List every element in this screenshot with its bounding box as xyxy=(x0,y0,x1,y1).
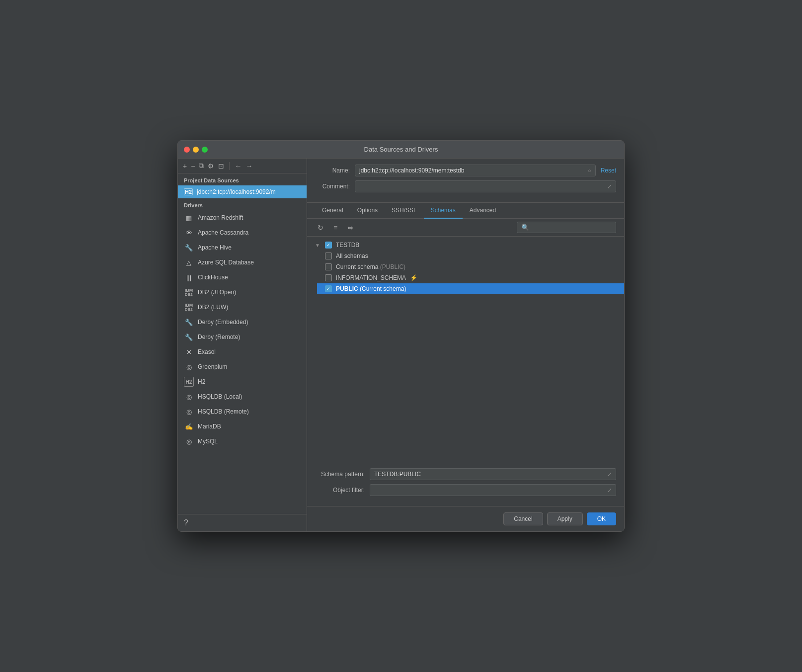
schema-pattern-expand-icon: ⤢ xyxy=(607,471,612,478)
tab-ssh-ssl[interactable]: SSH/SSL xyxy=(385,203,424,219)
object-filter-expand-icon: ⤢ xyxy=(607,487,612,494)
greenplum-icon: ◎ xyxy=(184,362,194,372)
forward-icon[interactable]: → xyxy=(245,162,252,170)
object-filter-input[interactable] xyxy=(374,487,607,494)
all-schemas-item[interactable]: All schemas xyxy=(317,251,624,261)
collapse-icon[interactable]: ⊡ xyxy=(218,162,224,170)
footer: Cancel Apply OK xyxy=(307,506,624,531)
all-schemas-checkbox[interactable] xyxy=(325,252,332,259)
tab-general[interactable]: General xyxy=(315,203,350,219)
refresh-icon[interactable]: ↻ xyxy=(315,222,326,233)
schemas-toolbar: ↻ ≡ ⇔ 🔍 xyxy=(307,219,624,237)
testdb-checkbox[interactable] xyxy=(325,242,332,249)
titlebar: Data Sources and Drivers xyxy=(178,141,624,159)
object-filter-field[interactable]: ⤢ xyxy=(370,484,616,496)
reset-button[interactable]: Reset xyxy=(601,167,616,174)
name-input[interactable]: jdbc:h2:tcp://localhost:9092/mem:testdb xyxy=(359,167,588,174)
back-icon[interactable]: ← xyxy=(235,162,241,170)
help-icon[interactable]: ? xyxy=(178,514,307,531)
driver-item-exasol[interactable]: ✕ Exasol xyxy=(178,344,307,359)
driver-item-derby-remote[interactable]: 🔧 Derby (Remote) xyxy=(178,330,307,344)
driver-item-derby-embedded[interactable]: 🔧 Derby (Embedded) xyxy=(178,315,307,330)
driver-item-mysql[interactable]: ◎ MySQL xyxy=(178,434,307,449)
public-schema-item[interactable]: PUBLIC (Current schema) xyxy=(317,283,624,294)
derby-embedded-icon: 🔧 xyxy=(184,317,194,327)
object-filter-label: Object filter: xyxy=(315,487,365,494)
information-schema-checkbox[interactable] xyxy=(325,274,332,281)
apache-cassandra-icon: 👁 xyxy=(184,228,194,238)
driver-item-apache-cassandra[interactable]: 👁 Apache Cassandra xyxy=(178,225,307,240)
driver-item-greenplum[interactable]: ◎ Greenplum xyxy=(178,359,307,374)
driver-item-hsqldb-remote[interactable]: ◎ HSQLDB (Remote) xyxy=(178,404,307,419)
driver-label: ClickHouse xyxy=(198,274,228,281)
comment-row: Comment: ⤢ xyxy=(315,180,616,192)
apache-hive-icon: 🔧 xyxy=(184,243,194,252)
amazon-redshift-icon: ▦ xyxy=(184,213,194,223)
drivers-list: ▦ Amazon Redshift 👁 Apache Cassandra 🔧 A… xyxy=(178,210,307,514)
settings-icon[interactable]: ⚙ xyxy=(208,162,214,170)
main-window: Data Sources and Drivers + − ⧉ ⚙ ⊡ ← → P… xyxy=(177,140,625,532)
h2-icon: H2 xyxy=(184,377,194,387)
driver-item-db2-luw[interactable]: IBMDB2 DB2 (LUW) xyxy=(178,300,307,315)
sidebar: + − ⧉ ⚙ ⊡ ← → Project Data Sources H2 jd… xyxy=(178,159,307,531)
all-schemas-label: All schemas xyxy=(336,252,368,259)
current-schema-label: Current schema (PUBLIC) xyxy=(336,263,405,270)
comment-field[interactable]: ⤢ xyxy=(355,180,616,192)
tab-advanced[interactable]: Advanced xyxy=(463,203,503,219)
cancel-button[interactable]: Cancel xyxy=(503,512,543,525)
driver-item-amazon-redshift[interactable]: ▦ Amazon Redshift xyxy=(178,210,307,225)
schema-search-input[interactable] xyxy=(532,224,612,231)
db2-luw-icon: IBMDB2 xyxy=(184,302,194,312)
driver-item-db2-jtopen[interactable]: IBMDB2 DB2 (JTOpen) xyxy=(178,285,307,300)
driver-label: Azure SQL Database xyxy=(198,259,254,266)
copy-icon[interactable]: ⧉ xyxy=(199,162,204,170)
sort-icon[interactable]: ⇔ xyxy=(345,222,356,233)
driver-item-mariadb[interactable]: ✍ MariaDB xyxy=(178,419,307,434)
add-icon[interactable]: + xyxy=(183,162,187,170)
driver-item-h2[interactable]: H2 H2 xyxy=(178,374,307,389)
current-schema-checkbox[interactable] xyxy=(325,263,332,270)
driver-label: HSQLDB (Remote) xyxy=(198,408,249,415)
ok-button[interactable]: OK xyxy=(587,512,616,525)
schema-pattern-row: Schema pattern: TESTDB:PUBLIC ⤢ xyxy=(315,468,616,480)
expand-icon: ○ xyxy=(588,168,591,173)
schema-pattern-field[interactable]: TESTDB:PUBLIC ⤢ xyxy=(370,468,616,480)
driver-label: H2 xyxy=(198,378,205,385)
testdb-label: TESTDB xyxy=(336,242,359,249)
schema-pattern-input[interactable]: TESTDB:PUBLIC xyxy=(374,471,607,478)
sidebar-toolbar: + − ⧉ ⚙ ⊡ ← → xyxy=(178,159,307,173)
current-schema-item[interactable]: Current schema (PUBLIC) xyxy=(317,261,624,272)
hsqldb-remote-icon: ◎ xyxy=(184,407,194,417)
maximize-button[interactable] xyxy=(202,147,208,153)
project-item-label: jdbc:h2:tcp://localhost:9092/m xyxy=(197,188,276,195)
driver-item-hsqldb-local[interactable]: ◎ HSQLDB (Local) xyxy=(178,389,307,404)
testdb-chevron: ▼ xyxy=(315,243,321,248)
minimize-button[interactable] xyxy=(193,147,199,153)
project-section-header: Project Data Sources xyxy=(178,173,307,185)
clickhouse-icon: ||| xyxy=(184,272,194,282)
mysql-icon: ◎ xyxy=(184,436,194,446)
driver-item-azure-sql[interactable]: △ Azure SQL Database xyxy=(178,255,307,270)
testdb-item[interactable]: ▼ TESTDB xyxy=(307,240,624,251)
project-item-icon: H2 xyxy=(184,188,193,195)
lightning-icon: ⚡ xyxy=(410,274,417,281)
name-label: Name: xyxy=(315,167,350,174)
apply-button[interactable]: Apply xyxy=(547,512,583,525)
derby-remote-icon: 🔧 xyxy=(184,332,194,342)
db2-jtopen-icon: IBMDB2 xyxy=(184,287,194,297)
close-button[interactable] xyxy=(184,147,190,153)
remove-icon[interactable]: − xyxy=(191,162,195,170)
tab-schemas[interactable]: Schemas xyxy=(424,203,463,219)
driver-item-apache-hive[interactable]: 🔧 Apache Hive xyxy=(178,240,307,255)
information-schema-item[interactable]: INFORMATION_SCHEMA ⚡ xyxy=(317,272,624,283)
driver-item-clickhouse[interactable]: ||| ClickHouse xyxy=(178,270,307,285)
comment-input[interactable] xyxy=(359,183,607,190)
exasol-icon: ✕ xyxy=(184,347,194,357)
tab-options[interactable]: Options xyxy=(350,203,385,219)
schema-search-box[interactable]: 🔍 xyxy=(517,222,616,233)
traffic-lights xyxy=(184,147,208,153)
collapse-all-icon[interactable]: ≡ xyxy=(330,222,341,233)
project-item-h2[interactable]: H2 jdbc:h2:tcp://localhost:9092/m xyxy=(178,185,307,198)
name-field[interactable]: jdbc:h2:tcp://localhost:9092/mem:testdb … xyxy=(355,165,596,176)
public-schema-checkbox[interactable] xyxy=(325,285,332,292)
